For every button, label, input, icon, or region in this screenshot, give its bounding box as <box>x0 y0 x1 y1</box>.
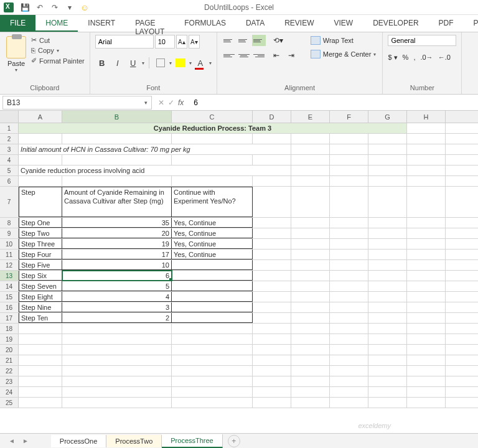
row-header[interactable]: 18 <box>0 324 19 334</box>
increase-indent-button[interactable]: ⇥ <box>287 50 301 61</box>
row-header[interactable]: 6 <box>0 176 19 186</box>
row-header[interactable]: 14 <box>0 281 19 291</box>
table-row[interactable]: Step Four <box>19 250 62 259</box>
row-header[interactable]: 8 <box>0 218 19 228</box>
table-row[interactable]: Step Seven <box>19 281 62 291</box>
row-header[interactable]: 11 <box>0 250 19 259</box>
add-sheet-button[interactable]: + <box>228 435 240 447</box>
row-header[interactable]: 2 <box>0 134 19 144</box>
smiley-icon[interactable]: ☺ <box>79 2 90 13</box>
col-header-e[interactable]: E <box>291 111 330 123</box>
tab-pdf[interactable]: PDF <box>429 15 464 32</box>
format-painter-button[interactable]: Format Painter <box>31 57 85 65</box>
font-size-select[interactable] <box>155 35 175 49</box>
save-icon[interactable]: 💾 <box>19 2 30 13</box>
tab-review[interactable]: REVIEW <box>274 15 324 32</box>
bold-button[interactable]: B <box>95 56 109 70</box>
sheet-nav-next-icon[interactable]: ► <box>19 437 32 444</box>
col-header-d[interactable]: D <box>253 111 291 123</box>
table-row[interactable]: Step Ten <box>19 313 62 323</box>
sheet-tab-processtwo[interactable]: ProcessTwo <box>106 435 162 447</box>
table-row[interactable]: Step Three <box>19 239 62 249</box>
row-header[interactable]: 9 <box>0 228 19 238</box>
title-cell[interactable]: Cyanide Reduction Process: Team 3 <box>19 123 407 133</box>
col-header-g[interactable]: G <box>368 111 407 123</box>
fill-color-button[interactable] <box>174 56 187 70</box>
table-row[interactable]: Step Six <box>19 271 62 281</box>
orientation-button[interactable]: ⟲▾ <box>272 35 301 46</box>
paste-button[interactable]: Paste ▾ <box>5 35 27 74</box>
row-header[interactable]: 15 <box>0 292 19 302</box>
cut-button[interactable]: Cut <box>31 36 85 44</box>
accounting-format-button[interactable]: $ ▾ <box>388 54 397 62</box>
fx-icon[interactable]: fx <box>178 98 184 107</box>
row-header[interactable]: 16 <box>0 302 19 312</box>
merge-center-button[interactable]: Merge & Center ▾ <box>309 49 378 60</box>
tab-file[interactable]: FILE <box>0 15 35 32</box>
row-header[interactable]: 19 <box>0 334 19 344</box>
row-header[interactable]: 1 <box>0 123 19 133</box>
number-format-select[interactable] <box>388 35 456 46</box>
hdr-step[interactable]: Step <box>19 187 62 217</box>
tab-developer[interactable]: DEVELOPER <box>363 15 428 32</box>
row-header[interactable]: 22 <box>0 366 19 376</box>
col-header-h[interactable]: H <box>407 111 446 123</box>
hdr-amount[interactable]: Amount of Cyanide Remaining in Cassava C… <box>62 187 172 217</box>
row-header[interactable]: 23 <box>0 376 19 386</box>
decrease-font-button[interactable]: A▾ <box>189 35 200 49</box>
underline-button[interactable]: U <box>126 56 140 70</box>
redo-icon[interactable]: ↷ <box>49 2 60 13</box>
row-header[interactable]: 12 <box>0 260 19 270</box>
comma-button[interactable]: , <box>413 54 415 62</box>
tab-home[interactable]: HOME <box>35 15 78 32</box>
align-right-button[interactable] <box>252 50 266 61</box>
row-header[interactable]: 17 <box>0 313 19 323</box>
increase-decimal-button[interactable]: .0→ <box>420 54 433 62</box>
align-middle-button[interactable] <box>237 35 251 46</box>
col-header-c[interactable]: C <box>172 111 253 123</box>
row-header[interactable]: 4 <box>0 155 19 165</box>
row-header[interactable]: 25 <box>0 398 19 408</box>
cancel-formula-icon[interactable]: ✕ <box>158 98 164 107</box>
name-box[interactable]: B13 <box>2 96 152 110</box>
col-header-f[interactable]: F <box>330 111 368 123</box>
row-header[interactable]: 3 <box>0 144 19 154</box>
increase-font-button[interactable]: A▴ <box>176 35 187 49</box>
tab-page-layout[interactable]: PAGE LAYOUT <box>125 15 174 32</box>
col-header-a[interactable]: A <box>19 111 62 123</box>
copy-button[interactable]: Copy ▾ <box>31 47 85 54</box>
table-row[interactable]: Step One <box>19 218 62 228</box>
row-header[interactable]: 21 <box>0 355 19 365</box>
tab-insert[interactable]: INSERT <box>78 15 125 32</box>
undo-icon[interactable]: ↶ <box>34 2 45 13</box>
qat-dropdown-icon[interactable]: ▾ <box>64 2 75 13</box>
cell-a3[interactable]: Initial amount of HCN in Cassava Cultiva… <box>19 144 253 154</box>
font-color-button[interactable]: A <box>194 56 207 70</box>
border-button[interactable] <box>154 56 167 70</box>
worksheet-grid[interactable]: A B C D E F G H 1Cyanide Reduction Proce… <box>0 111 478 408</box>
decrease-indent-button[interactable]: ⇤ <box>272 50 286 61</box>
font-name-select[interactable] <box>95 35 154 49</box>
percent-button[interactable]: % <box>403 54 409 62</box>
tab-view[interactable]: VIEW <box>324 15 363 32</box>
tab-power[interactable]: POWE <box>464 15 478 32</box>
selected-cell[interactable]: 6 <box>62 271 172 281</box>
table-row[interactable]: Step Five <box>19 260 62 270</box>
formula-input[interactable] <box>190 97 476 108</box>
align-left-button[interactable] <box>222 50 236 61</box>
italic-button[interactable]: I <box>111 56 124 70</box>
align-bottom-button[interactable] <box>252 35 266 46</box>
sheet-nav-prev-icon[interactable]: ◄ <box>5 437 19 444</box>
row-header[interactable]: 24 <box>0 387 19 397</box>
tab-data[interactable]: DATA <box>236 15 274 32</box>
wrap-text-button[interactable]: Wrap Text <box>309 35 378 46</box>
align-center-button[interactable] <box>237 50 251 61</box>
row-header[interactable]: 20 <box>0 345 19 355</box>
row-header[interactable]: 13 <box>0 271 19 281</box>
row-header[interactable]: 7 <box>0 187 19 217</box>
row-header[interactable]: 10 <box>0 239 19 249</box>
tab-formulas[interactable]: FORMULAS <box>174 15 236 32</box>
row-header[interactable]: 5 <box>0 166 19 175</box>
cell-a5[interactable]: Cyanide reduction process involving acid <box>19 166 253 175</box>
table-row[interactable]: Step Nine <box>19 302 62 312</box>
